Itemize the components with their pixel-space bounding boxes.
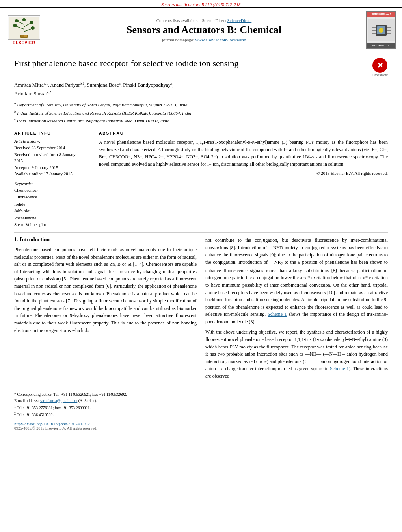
footnote-star: * Corresponding author. Tel.: +91 114053… [14, 391, 388, 398]
keyword-stern-volmer: Stern–Volmer plot [14, 221, 85, 228]
actuators-label-bar: ACTUATORS [367, 43, 395, 48]
footnotes-section: * Corresponding author. Tel.: +91 114053… [14, 389, 388, 419]
sensors-label: SENSORS and [371, 13, 391, 16]
sensors-logo-middle [367, 17, 395, 43]
authors-line: Amritaa Mitraa,1, Anand Pariyarb,2, Sura… [14, 81, 388, 98]
elsevier-wordmark: ELSEVIER [13, 41, 35, 45]
sciencedirect-label: Contents lists available at ScienceDirec… [48, 18, 360, 23]
affiliations-block: a Department of Chemistry, University of… [14, 100, 388, 124]
sensors-image-icon [368, 19, 395, 41]
sciencedirect-link[interactable]: ScienceDirect [227, 18, 252, 23]
crossmark-badge[interactable]: ✕ CrossMark [372, 58, 388, 77]
footnote-email: E-mail address: sarindam.a@gmail.com (A.… [14, 398, 388, 404]
keyword-fluorescence: Fluorescence [14, 194, 85, 201]
affiliation-c: c India Innovation Research Centre, 46S … [14, 117, 388, 124]
homepage-label: journal homepage: [162, 37, 194, 42]
journal-header: ELSEVIER Contents lists available at Sci… [0, 7, 402, 52]
article-info-column: ARTICLE INFO Article history: Received 2… [14, 131, 91, 228]
abstract-text: A novel phenalenone based molecular rece… [99, 139, 388, 168]
body-two-columns: 1. Introduction Phenalenone based compou… [14, 237, 388, 383]
info-abstract-section: ARTICLE INFO Article history: Received 2… [14, 131, 388, 228]
svg-point-9 [31, 26, 35, 30]
article-info-heading: ARTICLE INFO [14, 131, 85, 135]
body-right-column: not contribute to the conjugation, but d… [205, 237, 388, 383]
history-heading: Article history: [14, 139, 85, 143]
journal-title: Sensors and Actuators B: Chemical [48, 24, 360, 36]
main-content: First phenalenone based receptor for sel… [0, 52, 402, 436]
scheme1-ref-2[interactable]: Scheme 1 [330, 366, 349, 371]
svg-rect-13 [24, 35, 27, 37]
keywords-heading: Keywords: [14, 181, 85, 186]
affiliation-a: a Department of Chemistry, University of… [14, 100, 388, 108]
footnote-1: 1 Tel.: +91 353 2776381; fax: +91 353 26… [14, 404, 388, 411]
received-revised-date: Received in revised form 8 January 2015 [14, 151, 85, 164]
journal-homepage-line: journal homepage: www.elsevier.com/locat… [48, 37, 360, 42]
keyword-phenalenone: Phenalenone [14, 215, 85, 222]
abstract-heading: ABSTRACT [99, 131, 388, 135]
svg-point-10 [22, 18, 26, 21]
svg-point-23 [379, 28, 383, 33]
affiliation-b: b Indian Institute of Science Education … [14, 109, 388, 117]
available-date: Available online 17 January 2015 [14, 171, 85, 177]
divider-1 [14, 128, 388, 128]
intro-heading: 1. Introduction [14, 237, 197, 243]
crossmark-label: CrossMark [372, 73, 388, 77]
copyright-notice: © 2015 Elsevier B.V. All rights reserved… [99, 171, 388, 176]
svg-rect-12 [21, 35, 24, 37]
elsevier-logo-image [8, 15, 40, 40]
elsevier-tree-icon [9, 17, 39, 39]
svg-point-8 [13, 24, 17, 27]
received-date: Received 23 September 2014 [14, 145, 85, 151]
paper-title-area: First phenalenone based receptor for sel… [14, 58, 388, 77]
elsevier-logo-block: ELSEVIER [6, 15, 42, 45]
citation-text: Sensors and Actuators B 210 (2015) 712–7… [162, 2, 241, 7]
abstract-column: ABSTRACT A novel phenalenone based molec… [99, 131, 388, 228]
accepted-date: Accepted 9 January 2015 [14, 164, 85, 171]
intro-para-2: not contribute to the conjugation, but d… [205, 237, 388, 325]
intro-para-1: Phenalenone based compounds have left th… [14, 246, 197, 334]
email-link[interactable]: sarindam.a@gmail.com [40, 399, 77, 403]
author-1: Amritaa Mitraa,1, Anand Pariyarb,2, Sura… [14, 82, 173, 88]
doi-link[interactable]: http://dx.doi.org/10.1016/j.snb.2015.01.… [14, 421, 388, 426]
body-left-column: 1. Introduction Phenalenone based compou… [14, 237, 197, 383]
paper-title: First phenalenone based receptor for sel… [14, 58, 367, 69]
keyword-chemosensor: Chemosensor [14, 187, 85, 194]
keyword-jobs-plot: Job's plot [14, 208, 85, 215]
homepage-url[interactable]: www.elsevier.com/locate/snb [195, 37, 246, 42]
author-2: Arindam Sarkarc,* [14, 91, 51, 96]
sensors-actuators-logo: SENSORS and ACTUATORS [366, 11, 396, 49]
top-citation-bar: Sensors and Actuators B 210 (2015) 712–7… [0, 0, 402, 7]
actuators-text: ACTUATORS [372, 44, 389, 47]
doi-block: http://dx.doi.org/10.1016/j.snb.2015.01.… [14, 421, 388, 430]
sciencedirect-text: Contents lists available at ScienceDirec… [156, 18, 226, 23]
svg-point-6 [15, 19, 19, 22]
scheme1-ref-1[interactable]: Scheme 1 [268, 311, 287, 317]
sensors-logo-header: SENSORS and [367, 12, 395, 17]
issn-line: 0925-4005/© 2015 Elsevier B.V. All right… [14, 426, 388, 430]
journal-center-info: Contents lists available at ScienceDirec… [48, 18, 360, 42]
footnote-2: 2 Tel.: +91 336 4510539. [14, 411, 388, 418]
svg-point-7 [30, 21, 34, 24]
keyword-iodide: Iodide [14, 201, 85, 208]
intro-para-3: With the above underlying objective, we … [205, 328, 388, 380]
divider-2 [14, 232, 388, 233]
